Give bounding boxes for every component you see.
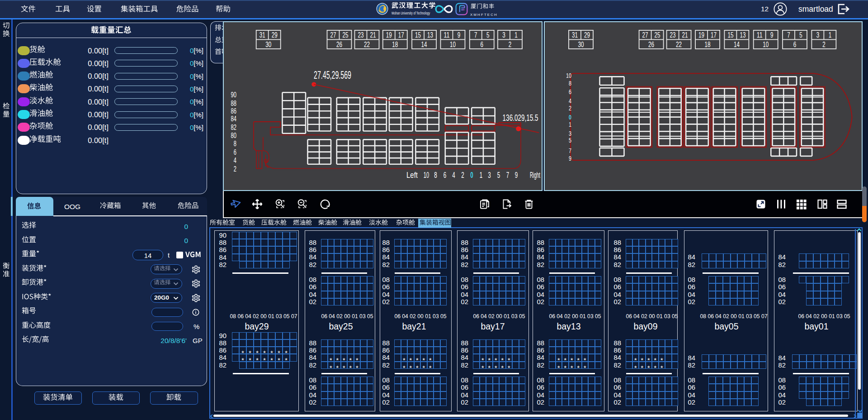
svg-text:30: 30 — [578, 40, 584, 49]
svg-text:5: 5 — [486, 31, 490, 39]
svg-text:10: 10 — [424, 171, 429, 180]
svg-text:7: 7 — [787, 31, 790, 39]
svg-text:8: 8 — [434, 171, 437, 180]
svg-text:13: 13 — [427, 31, 433, 39]
svg-text:7: 7 — [474, 31, 477, 39]
svg-text:7: 7 — [506, 171, 509, 180]
svg-text:2: 2 — [822, 40, 826, 49]
svg-text:10: 10 — [566, 72, 571, 79]
svg-text:9: 9 — [569, 154, 571, 162]
svg-text:15: 15 — [727, 31, 733, 39]
svg-text:5: 5 — [497, 171, 500, 180]
svg-text:5: 5 — [569, 136, 571, 144]
svg-text:27: 27 — [330, 31, 336, 39]
svg-text:27: 27 — [642, 31, 648, 39]
svg-text:11: 11 — [757, 31, 763, 39]
svg-text:21: 21 — [682, 31, 688, 39]
svg-text:Left: Left — [406, 171, 418, 180]
svg-text:14: 14 — [734, 40, 740, 49]
svg-text:31: 31 — [259, 31, 265, 39]
svg-text:27.45,29.569: 27.45,29.569 — [314, 69, 351, 81]
svg-text:29: 29 — [584, 31, 590, 39]
svg-text:2: 2 — [461, 171, 464, 180]
svg-text:2: 2 — [569, 104, 571, 112]
svg-text:3: 3 — [488, 171, 491, 180]
svg-text:9: 9 — [458, 31, 461, 39]
svg-text:26: 26 — [336, 40, 342, 49]
svg-text:13: 13 — [740, 31, 745, 39]
svg-text:5: 5 — [799, 31, 802, 39]
svg-text:4: 4 — [569, 97, 571, 105]
svg-text:30: 30 — [265, 40, 271, 49]
svg-text:84: 84 — [231, 115, 237, 123]
svg-text:19: 19 — [386, 31, 392, 39]
svg-text:1: 1 — [480, 171, 483, 180]
svg-text:31: 31 — [572, 31, 578, 39]
svg-text:7: 7 — [569, 147, 571, 154]
svg-text:8: 8 — [569, 79, 571, 87]
svg-text:2: 2 — [509, 40, 512, 49]
svg-text:88: 88 — [231, 99, 237, 107]
svg-text:6: 6 — [481, 40, 484, 49]
svg-text:18: 18 — [705, 40, 711, 49]
svg-text:1: 1 — [829, 31, 832, 39]
svg-text:23: 23 — [358, 31, 364, 39]
svg-text:2: 2 — [234, 165, 236, 173]
svg-text:6: 6 — [234, 148, 236, 156]
svg-text:21: 21 — [370, 31, 376, 39]
svg-text:23: 23 — [670, 31, 676, 39]
svg-text:15: 15 — [415, 31, 421, 39]
svg-text:17: 17 — [398, 31, 404, 39]
svg-text:22: 22 — [676, 40, 682, 49]
svg-text:6: 6 — [443, 171, 447, 180]
svg-text:9: 9 — [515, 171, 518, 180]
svg-text:6: 6 — [793, 40, 797, 49]
svg-text:136.029,15.5: 136.029,15.5 — [503, 113, 538, 123]
svg-text:26: 26 — [648, 40, 654, 49]
svg-text:1: 1 — [569, 120, 571, 128]
svg-text:10: 10 — [450, 40, 456, 49]
svg-text:Right: Right — [530, 171, 540, 180]
svg-text:17: 17 — [711, 31, 717, 39]
svg-text:11: 11 — [444, 31, 450, 39]
svg-text:29: 29 — [272, 31, 278, 39]
svg-text:6: 6 — [569, 88, 571, 95]
svg-text:1: 1 — [514, 31, 518, 39]
svg-text:25: 25 — [343, 31, 349, 39]
svg-text:19: 19 — [698, 31, 704, 39]
svg-text:80: 80 — [231, 131, 237, 139]
svg-text:8: 8 — [234, 139, 236, 148]
svg-text:86: 86 — [231, 107, 237, 115]
svg-text:18: 18 — [392, 40, 398, 49]
svg-text:3: 3 — [816, 31, 820, 39]
svg-text:4: 4 — [452, 171, 455, 180]
svg-text:14: 14 — [421, 40, 427, 49]
svg-text:4: 4 — [234, 156, 236, 164]
svg-text:3: 3 — [502, 31, 505, 39]
svg-text:22: 22 — [364, 40, 370, 49]
svg-text:90: 90 — [231, 91, 237, 99]
svg-text:9: 9 — [770, 31, 774, 39]
svg-text:82: 82 — [231, 123, 237, 131]
svg-text:10: 10 — [763, 40, 769, 49]
svg-text:0: 0 — [470, 171, 473, 180]
svg-text:25: 25 — [655, 31, 660, 39]
